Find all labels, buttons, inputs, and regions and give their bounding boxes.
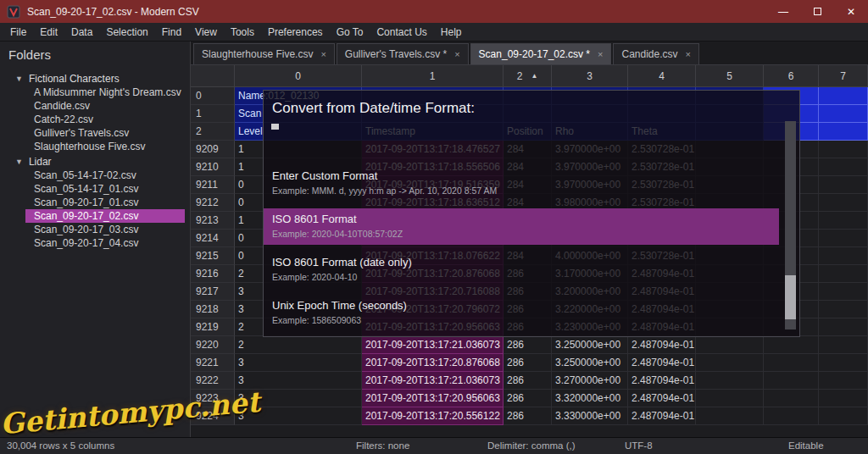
grid-cell[interactable]: 2.487094e-01 bbox=[628, 372, 696, 390]
grid-cell[interactable]: 2 bbox=[235, 336, 362, 354]
tab-close-icon[interactable]: × bbox=[454, 49, 459, 59]
grid-cell[interactable] bbox=[819, 247, 868, 265]
grid-cell[interactable] bbox=[764, 390, 819, 407]
tab-3[interactable]: Scan_09-20-17_02.csv *× bbox=[470, 43, 612, 64]
column-header-1[interactable]: 1 bbox=[362, 65, 504, 87]
tab-4[interactable]: Candide.csv× bbox=[613, 43, 698, 64]
dialog-option-3[interactable]: ISO 8601 Format (date only)Example: 2020… bbox=[264, 252, 779, 288]
grid-cell[interactable]: 3.250000e+00 bbox=[552, 354, 628, 372]
grid-cell[interactable] bbox=[819, 123, 868, 141]
grid-cell[interactable]: 2017-09-20T13:17:21.036073 bbox=[362, 336, 504, 354]
column-header-0[interactable]: 0 bbox=[235, 65, 362, 87]
menu-item-preferences[interactable]: Preferences bbox=[261, 26, 330, 38]
format-search-input[interactable] bbox=[270, 123, 525, 131]
grid-corner-cell[interactable] bbox=[191, 65, 235, 87]
row-number[interactable]: 9214 bbox=[191, 230, 235, 247]
grid-cell[interactable]: 286 bbox=[504, 354, 552, 372]
row-number[interactable]: 2 bbox=[191, 123, 235, 141]
grid-cell[interactable] bbox=[819, 141, 868, 158]
file-item[interactable]: Scan_05-14-17-02.csv bbox=[0, 169, 190, 182]
grid-cell[interactable] bbox=[764, 336, 819, 354]
menu-item-contact-us[interactable]: Contact Us bbox=[370, 26, 433, 38]
row-number[interactable]: 9221 bbox=[191, 354, 235, 372]
dialog-scrollbar[interactable] bbox=[785, 121, 796, 329]
grid-cell[interactable]: 3.330000e+00 bbox=[552, 407, 628, 425]
folder-item[interactable]: ▼Fictional Characters bbox=[0, 72, 190, 86]
file-item[interactable]: Gulliver's Travels.csv bbox=[0, 126, 190, 140]
grid-cell[interactable] bbox=[819, 390, 868, 407]
menu-item-selection[interactable]: Selection bbox=[99, 26, 154, 38]
expand-triangle-icon[interactable]: ▼ bbox=[15, 75, 23, 83]
grid-cell[interactable]: 2.487094e-01 bbox=[628, 336, 696, 354]
status-editable[interactable]: Editable bbox=[788, 438, 824, 454]
menu-item-view[interactable]: View bbox=[188, 26, 224, 38]
grid-cell[interactable]: 2017-09-20T13:17:20.556122 bbox=[362, 407, 504, 425]
tab-close-icon[interactable]: × bbox=[598, 49, 603, 59]
file-item[interactable]: Scan_09-20-17_02.csv bbox=[25, 209, 185, 223]
row-number[interactable]: 9219 bbox=[191, 318, 235, 336]
minimize-button[interactable]: — bbox=[766, 0, 800, 23]
column-header-3[interactable]: 3 bbox=[552, 65, 628, 87]
grid-cell[interactable] bbox=[696, 354, 764, 372]
grid-cell[interactable]: 2.487094e-01 bbox=[628, 407, 696, 425]
grid-cell[interactable] bbox=[819, 318, 868, 336]
tab-2[interactable]: Gulliver's Travels.csv *× bbox=[337, 43, 469, 64]
grid-cell[interactable]: 3.320000e+00 bbox=[552, 390, 628, 407]
column-header-7[interactable]: 7 bbox=[819, 65, 868, 87]
file-item[interactable]: Scan_09-20-17_01.csv bbox=[0, 196, 190, 209]
grid-cell[interactable]: 3.250000e+00 bbox=[552, 336, 628, 354]
grid-cell[interactable]: 286 bbox=[504, 336, 552, 354]
folder-item[interactable]: ▼Lidar bbox=[0, 155, 190, 169]
dialog-scrollbar-thumb[interactable] bbox=[785, 275, 796, 319]
expand-triangle-icon[interactable]: ▼ bbox=[15, 158, 23, 166]
grid-cell[interactable]: 2017-09-20T13:17:20.956063 bbox=[362, 390, 504, 407]
grid-cell[interactable] bbox=[696, 407, 764, 425]
grid-cell[interactable]: 3 bbox=[235, 354, 362, 372]
row-number[interactable]: 9213 bbox=[191, 212, 235, 230]
menu-item-edit[interactable]: Edit bbox=[33, 26, 64, 38]
grid-cell[interactable]: 3.270000e+00 bbox=[552, 372, 628, 390]
file-item[interactable]: Candide.csv bbox=[0, 99, 190, 113]
row-number[interactable]: 9217 bbox=[191, 283, 235, 301]
menu-item-file[interactable]: File bbox=[3, 26, 33, 38]
file-item[interactable]: Scan_09-20-17_04.csv bbox=[0, 236, 190, 250]
grid-cell[interactable] bbox=[819, 158, 868, 176]
row-number[interactable]: 9216 bbox=[191, 265, 235, 283]
grid-cell[interactable] bbox=[819, 87, 868, 105]
grid-cell[interactable]: 2017-09-20T13:17:20.876068 bbox=[362, 354, 504, 372]
grid-cell[interactable] bbox=[819, 283, 868, 301]
grid-cell[interactable] bbox=[819, 212, 868, 230]
row-number[interactable]: 9215 bbox=[191, 247, 235, 265]
column-header-2[interactable]: 2▲ bbox=[504, 65, 552, 87]
menu-item-go-to[interactable]: Go To bbox=[330, 26, 370, 38]
file-item[interactable]: Scan_05-14-17_01.csv bbox=[0, 182, 190, 196]
file-item[interactable]: Scan_09-20-17_03.csv bbox=[0, 223, 190, 236]
grid-cell[interactable]: 286 bbox=[504, 407, 552, 425]
column-header-6[interactable]: 6 bbox=[764, 65, 819, 87]
grid-cell[interactable]: 286 bbox=[504, 390, 552, 407]
grid-cell[interactable] bbox=[696, 390, 764, 407]
dialog-option-2[interactable]: ISO 8601 FormatExample: 2020-04-10T08:57… bbox=[264, 208, 779, 245]
status-encoding[interactable]: UTF-8 bbox=[625, 438, 653, 454]
menu-item-help[interactable]: Help bbox=[434, 26, 469, 38]
grid-cell[interactable] bbox=[819, 407, 868, 425]
grid-cell[interactable] bbox=[819, 194, 868, 212]
row-number[interactable]: 9209 bbox=[191, 141, 235, 158]
grid-cell[interactable]: 2.487094e-01 bbox=[628, 390, 696, 407]
menu-item-tools[interactable]: Tools bbox=[224, 26, 261, 38]
row-number[interactable]: 1 bbox=[191, 105, 235, 123]
menu-item-data[interactable]: Data bbox=[64, 26, 99, 38]
grid-cell[interactable] bbox=[764, 354, 819, 372]
grid-cell[interactable] bbox=[819, 105, 868, 123]
grid-cell[interactable] bbox=[764, 407, 819, 425]
file-item[interactable]: Catch-22.csv bbox=[0, 113, 190, 126]
tab-1[interactable]: Slaughterhouse Five.csv× bbox=[193, 43, 335, 64]
dialog-option-4[interactable]: Unix Epoch Time (seconds)Example: 158650… bbox=[264, 295, 779, 331]
grid-cell[interactable] bbox=[696, 336, 764, 354]
tab-close-icon[interactable]: × bbox=[320, 49, 326, 59]
row-number[interactable]: 9220 bbox=[191, 336, 235, 354]
row-number[interactable]: 9218 bbox=[191, 301, 235, 318]
grid-cell[interactable] bbox=[819, 176, 868, 194]
grid-cell[interactable]: 2.487094e-01 bbox=[628, 354, 696, 372]
file-item[interactable]: A Midsummer Night's Dream.csv bbox=[0, 86, 190, 99]
